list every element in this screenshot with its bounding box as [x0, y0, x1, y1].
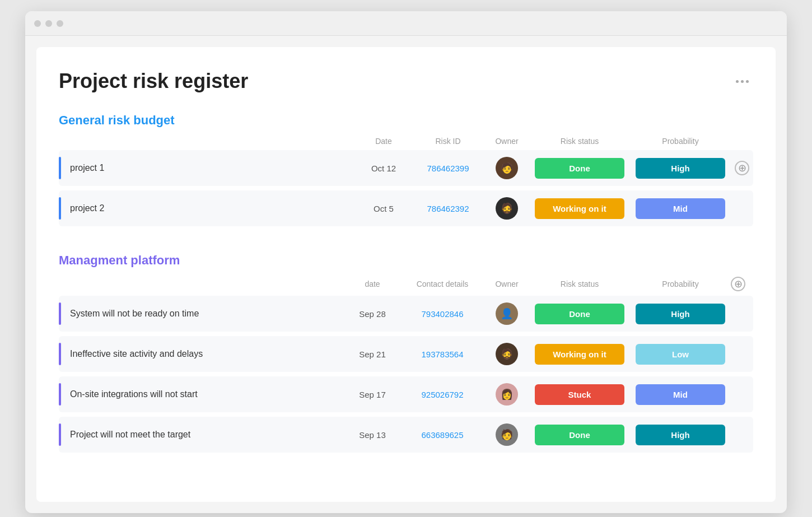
row-border-mp-3 — [59, 383, 61, 406]
row-prob-grb-1: High — [630, 158, 731, 179]
row-owner-grb-2: 🧔 — [484, 197, 529, 220]
row-prob-mp-3: Mid — [630, 384, 731, 405]
row-name-mp-4: Project will not meet the target — [59, 423, 344, 446]
row-owner-mp-2: 🧔 — [484, 343, 529, 365]
col-owner-mp: Owner — [484, 280, 529, 288]
table-header-mp: date Contact details Owner Risk status P… — [59, 277, 753, 296]
col-status-grb: Risk status — [529, 137, 630, 146]
row-name-text-mp-2: Ineffective site activity and delays — [70, 349, 203, 359]
prob-badge-grb-2[interactable]: Mid — [636, 198, 725, 219]
row-id-mp-4[interactable]: 663689625 — [400, 430, 484, 440]
table-row: Project will not meet the target Sep 13 … — [59, 417, 753, 453]
prob-badge-mp-1[interactable]: High — [636, 304, 725, 324]
row-status-grb-1: Done — [529, 158, 630, 179]
row-name-text-mp-4: Project will not meet the target — [70, 430, 190, 440]
avatar-grb-2: 🧔 — [496, 197, 518, 220]
section-title-grb: General risk budget — [59, 113, 175, 128]
row-id-mp-1[interactable]: 793402846 — [400, 309, 484, 319]
row-prob-grb-2: Mid — [630, 198, 731, 219]
section-title-mp: Managment platform — [59, 253, 180, 268]
row-name-text-mp-1: System will not be ready on time — [70, 309, 199, 319]
row-id-grb-2[interactable]: 786462392 — [412, 204, 484, 213]
table-header-grb: Date Risk ID Owner Risk status Probabili… — [59, 137, 753, 150]
avatar-mp-3: 👩 — [496, 383, 518, 406]
more-dot-1 — [736, 80, 739, 83]
row-status-grb-2: Working on it — [529, 198, 630, 219]
col-status-mp: Risk status — [529, 280, 630, 288]
row-name-mp-1: System will not be ready on time — [59, 302, 344, 325]
status-badge-mp-3[interactable]: Stuck — [535, 384, 624, 405]
row-date-mp-3: Sep 17 — [344, 390, 400, 399]
row-name-text-grb-1: project 1 — [70, 163, 104, 173]
row-owner-mp-4: 🧑 — [484, 423, 529, 446]
row-status-mp-3: Stuck — [529, 384, 630, 405]
row-date-mp-4: Sep 13 — [344, 430, 400, 440]
minimize-dot — [45, 20, 52, 27]
row-border-mp-2 — [59, 343, 61, 365]
row-border-grb-2 — [59, 197, 61, 220]
col-date-grb: Date — [356, 137, 412, 146]
more-dot-3 — [746, 80, 749, 83]
col-contact-mp: Contact details — [400, 280, 484, 288]
row-name-mp-2: Ineffective site activity and delays — [59, 343, 344, 365]
row-prob-mp-1: High — [630, 304, 731, 324]
row-name-grb-2: project 2 — [59, 197, 356, 220]
table-mp: date Contact details Owner Risk status P… — [59, 277, 753, 453]
row-id-mp-3[interactable]: 925026792 — [400, 390, 484, 399]
col-add-mp: ⊕ — [731, 277, 753, 291]
row-date-grb-1: Oct 12 — [356, 164, 412, 173]
row-owner-grb-1: 🧑 — [484, 157, 529, 179]
status-badge-grb-1[interactable]: Done — [535, 158, 624, 179]
prob-badge-mp-3[interactable]: Mid — [636, 384, 725, 405]
avatar-mp-4: 🧑 — [496, 423, 518, 446]
col-prob-grb: Probability — [630, 137, 731, 146]
avatar-mp-2: 🧔 — [496, 343, 518, 365]
more-options-button[interactable] — [731, 78, 753, 85]
row-name-text-grb-2: project 2 — [70, 203, 104, 213]
add-button-grb-1[interactable]: ⊕ — [731, 161, 753, 175]
table-row: On-site integrations will not start Sep … — [59, 376, 753, 412]
prob-badge-mp-4[interactable]: High — [636, 425, 725, 445]
add-icon-grb-1: ⊕ — [735, 161, 749, 175]
row-name-mp-3: On-site integrations will not start — [59, 383, 344, 406]
row-date-grb-2: Oct 5 — [356, 204, 412, 213]
section-header-grb: General risk budget — [59, 113, 753, 128]
status-badge-mp-1[interactable]: Done — [535, 304, 624, 324]
row-name-grb-1: project 1 — [59, 157, 356, 179]
row-status-mp-1: Done — [529, 304, 630, 324]
maximize-dot — [57, 20, 63, 27]
titlebar — [25, 11, 787, 36]
status-badge-mp-4[interactable]: Done — [535, 425, 624, 445]
row-id-mp-2[interactable]: 193783564 — [400, 350, 484, 359]
app-window: Project risk register General risk budge… — [25, 11, 787, 513]
more-dot-2 — [741, 80, 744, 83]
table-row: System will not be ready on time Sep 28 … — [59, 296, 753, 332]
row-owner-mp-1: 👤 — [484, 302, 529, 325]
row-id-grb-1[interactable]: 786462399 — [412, 164, 484, 173]
row-status-mp-2: Working on it — [529, 344, 630, 365]
table-row: project 2 Oct 5 786462392 🧔 Working on i… — [59, 190, 753, 226]
table-grb: Date Risk ID Owner Risk status Probabili… — [59, 137, 753, 226]
page-header: Project risk register — [59, 69, 753, 93]
section-management-platform: Managment platform date Contact details … — [59, 253, 753, 453]
main-content: Project risk register General risk budge… — [36, 47, 776, 502]
prob-badge-grb-1[interactable]: High — [636, 158, 725, 179]
row-date-mp-1: Sep 28 — [344, 309, 400, 319]
status-badge-mp-2[interactable]: Working on it — [535, 344, 624, 365]
table-row: Ineffective site activity and delays Sep… — [59, 336, 753, 372]
row-prob-mp-2: Low — [630, 344, 731, 365]
row-status-mp-4: Done — [529, 425, 630, 445]
row-date-mp-2: Sep 21 — [344, 350, 400, 359]
add-icon-mp-header[interactable]: ⊕ — [731, 277, 745, 291]
avatar-mp-1: 👤 — [496, 302, 518, 325]
row-border-mp-4 — [59, 423, 61, 446]
prob-badge-mp-2[interactable]: Low — [636, 344, 725, 365]
row-name-text-mp-3: On-site integrations will not start — [70, 389, 198, 399]
col-riskid-grb: Risk ID — [412, 137, 484, 146]
col-prob-mp: Probability — [630, 280, 731, 288]
close-dot — [34, 20, 41, 27]
col-owner-grb: Owner — [484, 137, 529, 146]
table-row: project 1 Oct 12 786462399 🧑 Done High ⊕ — [59, 150, 753, 186]
status-badge-grb-2[interactable]: Working on it — [535, 198, 624, 219]
page-title: Project risk register — [59, 69, 248, 93]
